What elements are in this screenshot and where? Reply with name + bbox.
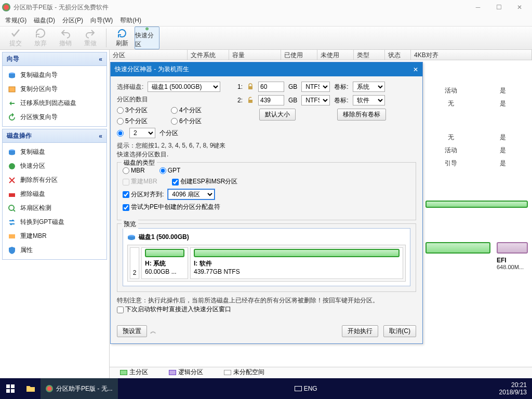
col-cap[interactable]: 容量: [229, 50, 281, 60]
radio-6[interactable]: 6个分区: [171, 117, 223, 126]
menu-general[interactable]: 常规(G): [5, 16, 26, 25]
row2-label[interactable]: 软件: [353, 95, 385, 105]
wizard-item[interactable]: 复制磁盘向导: [4, 68, 105, 82]
remove-labels-button[interactable]: 移除所有卷标: [337, 109, 386, 121]
radio-custom[interactable]: [117, 129, 125, 137]
minimize-button[interactable]: ─: [468, 1, 488, 14]
keyboard-icon: [295, 386, 302, 391]
menu-partition[interactable]: 分区(P): [62, 16, 83, 25]
menu-help[interactable]: 帮助(H): [120, 16, 141, 25]
col-4k[interactable]: 4KB对齐: [411, 50, 532, 60]
quick-partition-button[interactable]: 快速分区: [135, 26, 159, 49]
diskop-item[interactable]: 擦除磁盘: [4, 187, 105, 201]
globe-icon: [8, 162, 16, 170]
wizard-item[interactable]: 复制分区向导: [4, 82, 105, 96]
radio-4[interactable]: 4个分区: [171, 106, 223, 115]
recover-icon: [8, 113, 16, 122]
radio-mbr[interactable]: MBR: [123, 167, 145, 174]
refresh-button[interactable]: 刷新: [110, 26, 135, 49]
svg-rect-5: [9, 193, 15, 197]
maximize-button[interactable]: ☐: [488, 1, 509, 14]
partition-count-label: 分区的数目: [117, 95, 231, 104]
app-icon: [46, 385, 53, 392]
next-boot-checkbox[interactable]: 下次启动软件时直接进入快速分区窗口: [117, 305, 231, 314]
taskbar-explorer[interactable]: [21, 378, 41, 399]
legend-unalloc: 未分配空间: [224, 368, 264, 377]
svg-rect-14: [11, 389, 15, 393]
legend: 主分区 逻辑分区 未分配空间: [110, 367, 532, 377]
app-icon: [2, 3, 10, 11]
redo-icon: [85, 28, 96, 38]
svg-rect-7: [9, 234, 15, 238]
radio-gpt[interactable]: GPT: [159, 167, 181, 174]
partition-icon: [8, 85, 16, 94]
dialog-close-button[interactable]: ✕: [413, 66, 418, 73]
preview-slot-2[interactable]: I: 软件 439.77GB NTFS: [190, 247, 403, 279]
lock-icon[interactable]: [247, 83, 254, 90]
discard-button[interactable]: 放弃: [28, 26, 53, 49]
diskops-header[interactable]: 磁盘操作 «: [3, 129, 107, 143]
start-button[interactable]: [0, 378, 21, 399]
disk-type-group: 磁盘的类型 MBR GPT 重建MBR 创建ESP和MSR分区 分区对齐到: 4…: [117, 162, 416, 220]
row2-size[interactable]: [258, 95, 284, 105]
menubar: 常规(G) 磁盘(D) 分区(P) 向导(W) 帮助(H): [0, 15, 532, 26]
scan-icon: [8, 204, 16, 212]
clock[interactable]: 20:21 2018/9/13: [494, 380, 532, 397]
col-partition[interactable]: 分区: [110, 50, 188, 60]
assign-letters-checkbox[interactable]: 尝试为PE中创建的分区分配盘符: [123, 203, 220, 211]
legend-logical: 逻辑分区: [169, 368, 203, 377]
close-button[interactable]: ✕: [509, 1, 530, 14]
redo-button[interactable]: 重做: [78, 26, 103, 49]
svg-rect-9: [248, 100, 252, 103]
unlock-icon[interactable]: [247, 97, 254, 104]
titlebar: 分区助手PE版 - 无损分区免费软件 ─ ☐ ✕: [0, 0, 532, 15]
col-fs[interactable]: 文件系统: [188, 50, 229, 60]
menu-disk[interactable]: 磁盘(D): [34, 16, 55, 25]
align-select[interactable]: 4096 扇区: [168, 189, 215, 200]
svg-rect-13: [6, 389, 10, 393]
diskop-item[interactable]: 快速分区: [4, 159, 105, 173]
legend-primary: 主分区: [120, 368, 148, 377]
quick-partition-dialog: 快速分区神器 - 为装机而生 ✕ 选择磁盘: 磁盘1 (500.00GB) 分区…: [110, 62, 423, 344]
radio-3[interactable]: 3个分区: [117, 106, 169, 115]
diskop-item[interactable]: 删除所有分区: [4, 173, 105, 187]
disk-icon: [8, 71, 16, 79]
diskop-item[interactable]: 重建MBR: [4, 229, 105, 243]
wizard-header[interactable]: 向导 «: [3, 52, 107, 66]
disk-select[interactable]: 磁盘1 (500.00GB): [148, 82, 220, 92]
custom-count-select[interactable]: 2: [129, 128, 155, 138]
chevron-up-icon[interactable]: ︽: [150, 327, 156, 336]
folder-icon: [26, 385, 35, 392]
create-esp-checkbox[interactable]: 创建ESP和MSR分区: [172, 177, 238, 186]
row2-fs[interactable]: NTFS: [301, 95, 330, 105]
row1-fs[interactable]: NTFS: [301, 82, 330, 92]
diskop-item[interactable]: 坏扇区检测: [4, 201, 105, 215]
radio-5[interactable]: 5个分区: [117, 117, 169, 126]
toolbar: 提交 放弃 撤销 重做 刷新 快速分区: [0, 26, 532, 50]
wizard-item[interactable]: 分区恢复向导: [4, 110, 105, 124]
menu-wizard[interactable]: 向导(W): [90, 16, 113, 25]
default-size-button[interactable]: 默认大小: [259, 109, 296, 121]
col-unused[interactable]: 未使用: [317, 50, 354, 60]
align-checkbox[interactable]: 分区对齐到:: [123, 190, 164, 199]
wizard-item[interactable]: 迁移系统到固态磁盘: [4, 96, 105, 110]
cancel-button[interactable]: 取消(C): [383, 325, 416, 337]
start-button[interactable]: 开始执行: [342, 325, 378, 337]
row1-label[interactable]: 系统: [353, 82, 385, 92]
svg-point-4: [9, 163, 15, 169]
preview-slot-1[interactable]: H: 系统 60.00GB ...: [141, 247, 188, 279]
taskbar-app[interactable]: 分区助手PE版 - 无...: [41, 378, 118, 399]
col-used[interactable]: 已使用: [281, 50, 317, 60]
preset-button[interactable]: 预设置: [117, 325, 147, 337]
col-type[interactable]: 类型: [354, 50, 385, 60]
preview-disk-title: 磁盘1 (500.00GB): [139, 233, 189, 242]
diskop-item[interactable]: 属性: [4, 243, 105, 257]
submit-button[interactable]: 提交: [3, 26, 28, 49]
diskop-item[interactable]: 复制磁盘: [4, 145, 105, 159]
bg-diskbar-efi: EFI 648.00M...: [497, 242, 528, 270]
ime-indicator[interactable]: ENG: [290, 385, 322, 392]
col-status[interactable]: 状态: [385, 50, 411, 60]
row1-size[interactable]: [258, 82, 284, 92]
diskop-item[interactable]: 转换到GPT磁盘: [4, 215, 105, 229]
undo-button[interactable]: 撤销: [53, 26, 78, 49]
